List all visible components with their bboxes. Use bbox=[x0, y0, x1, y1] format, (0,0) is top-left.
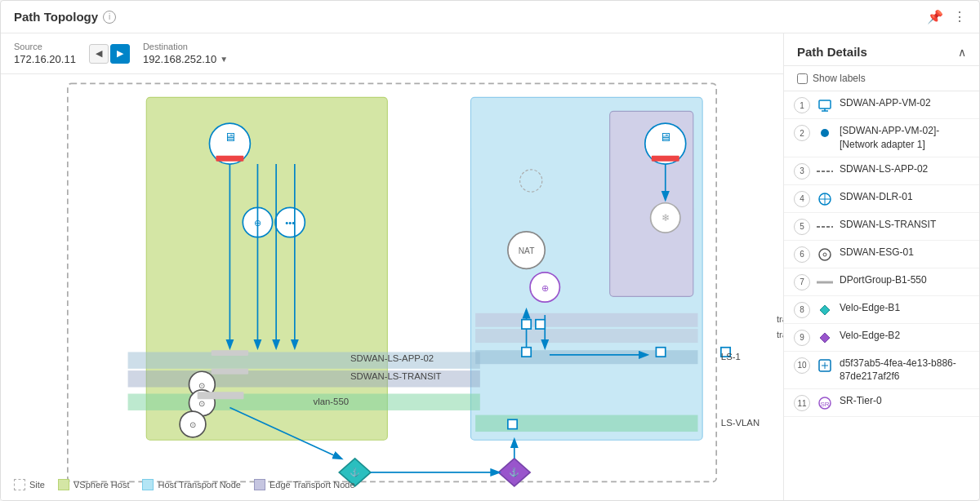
list-item: 11 SR SR-Tier-0 bbox=[784, 389, 979, 417]
path-icon-2 bbox=[817, 125, 833, 141]
legend-edge-box bbox=[254, 479, 265, 490]
path-text-6: SDWAN-ESG-01 bbox=[840, 246, 969, 259]
path-num-3: 3 bbox=[794, 163, 810, 180]
path-icon-9 bbox=[817, 330, 833, 346]
svg-text:transit-bp-2e8ea30b-: transit-bp-2e8ea30b- bbox=[777, 314, 783, 324]
path-text-7: DPortGroup-B1-550 bbox=[840, 273, 969, 287]
controls-bar: Source 172.16.20.11 ◀ ▶ Destination 192.… bbox=[1, 33, 783, 74]
legend-host-transport: Host Transport Node bbox=[142, 479, 241, 490]
svg-rect-50 bbox=[536, 320, 545, 329]
svg-rect-64 bbox=[198, 392, 244, 399]
list-item: 3 SDWAN-LS-APP-02 bbox=[784, 157, 979, 185]
legend: Site VSphere Host Host Transport Node Ed… bbox=[14, 479, 355, 490]
nav-back-btn[interactable]: ◀ bbox=[89, 44, 109, 64]
svg-text:LS-VLAN: LS-VLAN bbox=[721, 418, 760, 428]
source-label: Source bbox=[14, 42, 76, 51]
content: Source 172.16.20.11 ◀ ▶ Destination 192.… bbox=[1, 33, 979, 500]
header: Path Topology i 📌 ⋮ bbox=[1, 1, 979, 33]
svg-text:vlan-550: vlan-550 bbox=[314, 397, 349, 406]
svg-text:⚓: ⚓ bbox=[509, 467, 519, 477]
svg-rect-51 bbox=[522, 348, 531, 357]
legend-site-label: Site bbox=[29, 480, 45, 490]
path-num-6: 6 bbox=[794, 246, 810, 263]
legend-host-label: Host Transport Node bbox=[158, 480, 241, 490]
list-item: 1 SDWAN-APP-VM-02 bbox=[784, 91, 979, 119]
path-text-5: SDWAN-LS-TRANSIT bbox=[840, 218, 969, 232]
pin-icon[interactable]: 📌 bbox=[927, 9, 943, 24]
nav-arrows: ◀ ▶ bbox=[89, 44, 130, 64]
path-num-8: 8 bbox=[794, 302, 810, 318]
svg-text:⊙: ⊙ bbox=[189, 420, 196, 429]
svg-text:⚓: ⚓ bbox=[350, 467, 360, 477]
list-item: 4 SDWAN-DLR-01 bbox=[784, 185, 979, 213]
destination-dropdown[interactable]: 192.168.252.10 ▼ bbox=[143, 53, 228, 65]
svg-marker-77 bbox=[820, 333, 830, 343]
list-item: 9 Velo-Edge-B2 bbox=[784, 324, 979, 352]
path-icon-11: SR bbox=[817, 395, 833, 411]
path-num-4: 4 bbox=[794, 191, 810, 207]
collapse-icon[interactable]: ∧ bbox=[958, 46, 966, 59]
svg-rect-15 bbox=[216, 156, 243, 162]
nav-forward-btn[interactable]: ▶ bbox=[110, 44, 130, 64]
svg-text:SR: SR bbox=[820, 401, 829, 408]
topology-svg: transit-bp-2e8ea30b- transit-rl-2e8ea30b… bbox=[1, 74, 783, 500]
path-icon-8 bbox=[817, 302, 833, 318]
list-item: 8 Velo-Edge-B1 bbox=[784, 296, 979, 324]
show-labels-row: Show labels bbox=[784, 66, 979, 91]
path-text-4: SDWAN-DLR-01 bbox=[840, 190, 969, 204]
legend-vsphere-label: VSphere Host bbox=[74, 480, 129, 490]
path-icon-1 bbox=[817, 97, 833, 113]
path-icon-3 bbox=[817, 163, 833, 180]
destination-value: 192.168.252.10 bbox=[143, 53, 216, 65]
svg-rect-63 bbox=[212, 369, 248, 375]
panel-header: Path Details ∧ bbox=[784, 33, 979, 66]
svg-text:transit-rl-2e8ea30b-3: transit-rl-2e8ea30b-3 bbox=[777, 330, 783, 339]
path-text-2: [SDWAN-APP-VM-02]-[Network adapter 1] bbox=[840, 124, 969, 152]
legend-host-box bbox=[142, 479, 154, 490]
main-area: Source 172.16.20.11 ◀ ▶ Destination 192.… bbox=[1, 33, 783, 500]
svg-rect-1 bbox=[146, 97, 387, 440]
path-num-10: 10 bbox=[794, 357, 810, 374]
list-item: 2 [SDWAN-APP-VM-02]-[Network adapter 1] bbox=[784, 119, 979, 157]
path-text-1: SDWAN-APP-VM-02 bbox=[840, 96, 969, 110]
path-num-9: 9 bbox=[794, 330, 810, 346]
header-left: Path Topology i bbox=[14, 10, 116, 24]
legend-vsphere-box bbox=[58, 479, 69, 490]
list-item: 10 d5f37ab5-4fea-4e13-b886-87de217af2f6 bbox=[784, 352, 979, 390]
destination-group: Destination 192.168.252.10 ▼ bbox=[143, 42, 228, 65]
svg-rect-34 bbox=[652, 156, 679, 162]
path-num-1: 1 bbox=[794, 97, 810, 113]
right-panel: Path Details ∧ Show labels 1 SDWAN-APP-V… bbox=[783, 33, 979, 500]
path-text-10: d5f37ab5-4fea-4e13-b886-87de217af2f6 bbox=[840, 357, 969, 384]
path-icon-7 bbox=[817, 274, 833, 290]
source-value: 172.16.20.11 bbox=[14, 53, 76, 65]
path-icon-10 bbox=[817, 357, 833, 374]
panel-title: Path Details bbox=[797, 45, 867, 59]
path-icon-4 bbox=[817, 191, 833, 207]
show-labels-checkbox[interactable] bbox=[797, 73, 808, 84]
svg-rect-7 bbox=[475, 313, 697, 327]
list-item: 5 SDWAN-LS-TRANSIT bbox=[784, 213, 979, 241]
svg-point-74 bbox=[823, 253, 826, 256]
path-num-5: 5 bbox=[794, 219, 810, 235]
source-group: Source 172.16.20.11 bbox=[14, 42, 76, 65]
list-item: 6 SDWAN-ESG-01 bbox=[784, 241, 979, 268]
path-text-8: Velo-Edge-B1 bbox=[840, 301, 969, 315]
show-labels-label: Show labels bbox=[813, 73, 866, 84]
legend-edge-label: Edge Transport Node bbox=[270, 480, 355, 490]
svg-marker-76 bbox=[820, 305, 830, 315]
app-container: Path Topology i 📌 ⋮ Source 172.16.20.11 … bbox=[0, 0, 980, 501]
caret-icon: ▼ bbox=[220, 55, 228, 64]
svg-text:⊙: ⊙ bbox=[198, 399, 205, 408]
topology-canvas: transit-bp-2e8ea30b- transit-rl-2e8ea30b… bbox=[1, 74, 783, 500]
more-icon[interactable]: ⋮ bbox=[953, 9, 966, 24]
svg-rect-49 bbox=[522, 320, 531, 329]
path-icon-5 bbox=[817, 219, 833, 235]
svg-text:•••: ••• bbox=[285, 218, 295, 228]
list-item: 7 DPortGroup-B1-550 bbox=[784, 268, 979, 296]
svg-rect-62 bbox=[212, 350, 248, 356]
path-text-11: SR-Tier-0 bbox=[840, 394, 969, 408]
path-num-7: 7 bbox=[794, 274, 810, 290]
info-icon[interactable]: i bbox=[103, 11, 116, 24]
svg-text:LS-1: LS-1 bbox=[721, 352, 741, 361]
